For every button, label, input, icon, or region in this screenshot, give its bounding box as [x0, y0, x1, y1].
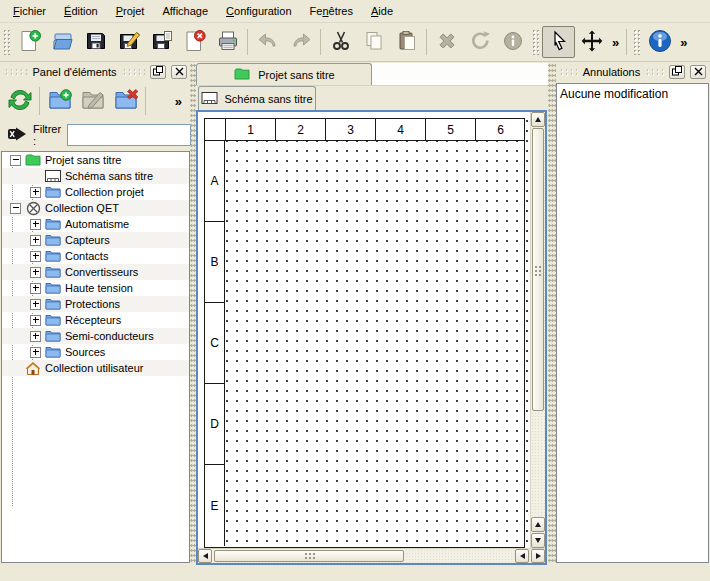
scroll-right-button[interactable]	[531, 549, 545, 563]
save-as-button[interactable]	[112, 26, 145, 58]
undo-panel-titlebar[interactable]: Annulations	[556, 63, 709, 81]
dock-handle-texture	[4, 68, 27, 76]
delete-category-button[interactable]	[109, 84, 142, 118]
row-header: A	[205, 141, 224, 222]
pan-mode-button[interactable]	[575, 26, 608, 58]
paste-button[interactable]	[390, 26, 423, 58]
menu-aide[interactable]: Aide	[362, 2, 402, 20]
horizontal-scroll-thumb[interactable]	[214, 550, 404, 562]
expand-expander[interactable]	[30, 331, 41, 342]
new-category-button[interactable]	[43, 84, 76, 118]
expand-expander[interactable]	[30, 347, 41, 358]
menu-fichier[interactable]: Fichier	[4, 2, 55, 20]
vertical-scroll-thumb[interactable]	[532, 128, 544, 411]
undo-list-item[interactable]: Aucune modification	[560, 86, 705, 102]
thumb-grip	[303, 551, 315, 561]
row-header: E	[205, 465, 224, 546]
tree-item-contacts[interactable]: Contacts	[2, 248, 189, 264]
main-toolbar: » »	[0, 23, 710, 62]
rotate-button[interactable]	[463, 26, 496, 58]
redo-button[interactable]	[284, 26, 317, 58]
save-all-button[interactable]	[145, 26, 178, 58]
menu-edition[interactable]: Édition	[55, 2, 107, 20]
expand-expander[interactable]	[30, 283, 41, 294]
expand-expander[interactable]	[30, 299, 41, 310]
edit-category-button[interactable]	[76, 84, 109, 118]
expand-expander[interactable]	[30, 267, 41, 278]
tab-projet-sans-titre[interactable]: Projet sans titre	[196, 63, 372, 85]
expand-expander[interactable]	[30, 315, 41, 326]
toolbar-drag-handle[interactable]	[3, 29, 10, 55]
tree-item-protections[interactable]: Protections	[2, 296, 189, 312]
thumb-grip	[533, 264, 543, 276]
dock-handle-texture	[645, 68, 664, 76]
tree-item-collection-utilisateur[interactable]: Collection utilisateur	[2, 360, 189, 376]
expand-expander[interactable]	[30, 187, 41, 198]
float-panel-button[interactable]	[669, 65, 685, 79]
float-panel-button[interactable]	[150, 65, 166, 79]
toolbar-overflow-button[interactable]: »	[676, 35, 691, 50]
column-header: 5	[425, 119, 475, 140]
tab-schema-sans-titre[interactable]: Schéma sans titre	[198, 86, 316, 111]
delete-button[interactable]	[430, 26, 463, 58]
tree-item-convertisseurs[interactable]: Convertisseurs	[2, 264, 189, 280]
scroll-left-button[interactable]	[198, 549, 212, 563]
horizontal-scrollbar[interactable]	[198, 548, 545, 563]
scroll-down-button[interactable]	[531, 533, 545, 548]
close-panel-button[interactable]	[171, 65, 187, 79]
menu-projet[interactable]: Projet	[107, 2, 154, 20]
filter-input[interactable]	[67, 124, 191, 146]
elements-panel-titlebar[interactable]: Panel d'éléments	[1, 63, 190, 81]
expand-expander[interactable]	[30, 251, 41, 262]
workspace-area: Projet sans titre Schéma sans titre 1 2 …	[196, 63, 548, 565]
new-project-button[interactable]	[13, 26, 46, 58]
toolbar-overflow-button[interactable]: »	[608, 35, 623, 50]
expand-expander[interactable]	[30, 219, 41, 230]
panel-toolbar-overflow-button[interactable]: »	[175, 94, 182, 109]
undo-button[interactable]	[251, 26, 284, 58]
collapse-expander[interactable]	[10, 203, 21, 214]
about-button[interactable]	[643, 26, 676, 58]
save-button[interactable]	[79, 26, 112, 58]
scroll-left-button-right[interactable]	[515, 549, 529, 563]
copy-button[interactable]	[357, 26, 390, 58]
print-button[interactable]	[211, 26, 244, 58]
scroll-up-button-bottom[interactable]	[531, 517, 545, 532]
schema-canvas[interactable]: 1 2 3 4 5 6 A B C D E	[198, 112, 530, 548]
tree-item-projet-sans-titre[interactable]: Projet sans titre	[2, 152, 189, 168]
clear-filter-icon[interactable]	[7, 126, 27, 144]
expand-expander[interactable]	[30, 235, 41, 246]
toolbar-separator	[426, 29, 427, 55]
scroll-up-button[interactable]	[531, 112, 545, 127]
undo-history-list[interactable]: Aucune modification	[556, 83, 709, 563]
folder-icon	[45, 233, 61, 247]
tree-item-collection-qet[interactable]: Collection QET	[2, 200, 189, 216]
vertical-scrollbar[interactable]	[530, 112, 545, 548]
close-panel-button[interactable]	[690, 65, 706, 79]
cut-button[interactable]	[324, 26, 357, 58]
tree-item-label: Collection projet	[65, 186, 144, 198]
open-project-button[interactable]	[46, 26, 79, 58]
close-file-button[interactable]	[178, 26, 211, 58]
toolbar-separator	[145, 87, 146, 115]
toolbar-drag-handle[interactable]	[633, 29, 640, 55]
tree-item-sources[interactable]: Sources	[2, 344, 189, 360]
tree-item-capteurs[interactable]: Capteurs	[2, 232, 189, 248]
tree-item-collection-projet[interactable]: Collection projet	[2, 184, 189, 200]
element-info-button[interactable]	[496, 26, 529, 58]
menu-fenetres[interactable]: Fenêtres	[301, 2, 362, 20]
reload-collections-button[interactable]	[3, 84, 36, 118]
tree-item-schema-sans-titre[interactable]: Schéma sans titre	[2, 168, 189, 184]
menu-configuration[interactable]: Configuration	[217, 2, 300, 20]
column-header: 3	[325, 119, 375, 140]
toolbar-drag-handle[interactable]	[532, 29, 539, 55]
filter-row: Filtrer :	[1, 121, 190, 149]
select-mode-button[interactable]	[542, 26, 575, 58]
tree-item-automatisme[interactable]: Automatisme	[2, 216, 189, 232]
tree-item-semi-conducteurs[interactable]: Semi-conducteurs	[2, 328, 189, 344]
collapse-expander[interactable]	[10, 155, 21, 166]
right-splitter-handle[interactable]	[548, 63, 556, 563]
tree-item-recepteurs[interactable]: Récepteurs	[2, 312, 189, 328]
menu-affichage[interactable]: Affichage	[153, 2, 217, 20]
tree-item-haute-tension[interactable]: Haute tension	[2, 280, 189, 296]
